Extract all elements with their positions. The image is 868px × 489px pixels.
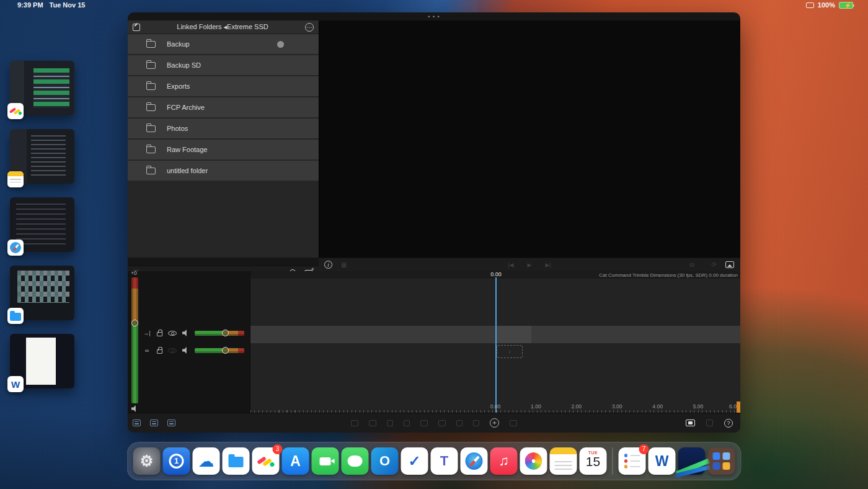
safari-app-icon [7,240,24,256]
track2-gain-slider[interactable] [195,348,244,353]
add-clip-icon[interactable]: + [490,418,499,428]
dock-app-photos[interactable] [520,447,547,475]
open-in-icon[interactable] [133,24,140,31]
dock-app-messages[interactable] [342,447,369,475]
dock-divider [613,447,613,475]
folder-row-untitled-folder[interactable]: untitled folder [128,161,319,181]
battery-icon: ⚡ [839,2,853,9]
dock-app-onedrive[interactable]: ☁ [193,447,220,475]
safari-window[interactable] [10,197,74,252]
preview-overlay-icon[interactable]: ▦ [341,261,347,268]
screen-mirroring-icon [806,2,814,8]
word-document-window[interactable]: W [10,334,74,388]
dock-app-outlook[interactable]: O [371,447,399,475]
audio-detach-icon[interactable] [404,420,410,426]
dock-app-settings[interactable]: ⚙ [133,447,161,475]
timeline-ruler[interactable]: 0.001.002.003.004.005.006.0 [250,403,740,413]
ruler-label-4.00: 4.00 [652,403,663,410]
track1-visibility-icon[interactable] [168,331,177,336]
track2-lock-icon[interactable] [157,349,162,354]
share-export-icon[interactable] [686,419,695,426]
timeline-area[interactable]: Cat Command Trimble Dimensions (30 fps, … [250,271,740,413]
play-icon[interactable]: ▶ [528,262,532,268]
track2-gain-knob[interactable] [222,347,229,354]
delete-clip-icon[interactable] [510,420,517,426]
audio-clip-placeholder[interactable]: ♪ [497,345,523,358]
preview-loop-icon[interactable]: ⟳ [712,261,717,268]
track1-gain-slider[interactable] [195,331,244,336]
title-clip-icon[interactable] [420,420,428,426]
dock-app-reminders[interactable]: 7 [619,447,646,475]
dock-app-monday[interactable]: 3 [252,447,280,475]
window-handle[interactable]: • • • [428,14,440,20]
overwrite-mode-icon[interactable]: →| [143,330,151,336]
folder-row-fcp-archive[interactable]: FCP Archive [128,97,319,117]
previous-frame-icon[interactable]: |◀ [508,262,513,268]
monday-board-window[interactable] [10,61,74,115]
next-frame-icon[interactable]: ▶| [545,262,551,268]
ruler-label-0.00: 0.00 [490,403,501,410]
dock-app-word[interactable]: W [649,447,676,475]
folder-icon [146,104,156,111]
split-clip-icon[interactable] [473,420,479,426]
dock-app-facetime[interactable] [312,447,339,475]
track1-gain-knob[interactable] [222,330,229,336]
date: Tue Nov 15 [50,1,86,9]
project-manager-icon[interactable] [133,419,141,426]
track2-visibility-icon[interactable] [168,348,177,353]
replace-clip-icon[interactable] [387,420,393,426]
playhead[interactable] [495,277,497,413]
folder-row-photos[interactable]: Photos [128,119,319,138]
folder-name: Backup SD [167,61,319,69]
track-layout-icon[interactable] [167,419,175,426]
master-gain-label: +0 [131,270,137,276]
status-bar: 9:39 PM Tue Nov 15 100% ⚡ [0,0,868,11]
folder-name: Raw Footage [167,146,319,153]
ruler-label-2.00: 2.00 [572,403,582,410]
transport-controls: |◀▶▶| [508,262,551,268]
fullscreen-preview-icon[interactable] [725,261,734,268]
dock-app-appstore[interactable]: A [282,447,309,475]
dock-app-calendar[interactable]: TUE15 [580,447,607,475]
playhead-time-label: 0.00 [488,271,504,277]
dock-app-safari[interactable] [461,447,488,475]
notes-window[interactable] [10,129,74,184]
info-icon[interactable]: i [324,261,332,269]
track2-mute-icon[interactable] [182,347,189,354]
ruler-label-1.00: 1.00 [531,403,541,410]
clock: 9:39 PM [17,1,43,9]
trim-icon[interactable] [456,420,463,426]
dock-app-lumafusion[interactable] [678,447,706,475]
timeline-view-icon[interactable] [150,419,158,426]
link-clips-icon[interactable]: ∞ [143,348,151,354]
dock-app-music[interactable]: ♫ [490,447,518,475]
preview-viewport[interactable] [319,20,740,258]
folder-row-exports[interactable]: Exports [128,76,319,96]
dock-app-applibrary[interactable] [708,447,735,475]
track1-mute-icon[interactable] [182,330,189,336]
folder-row-raw-footage[interactable]: Raw Footage [128,140,319,159]
transition-icon[interactable] [438,420,446,426]
settings-gear-icon[interactable] [706,419,713,426]
folder-icon [146,146,156,153]
master-speaker-icon[interactable] [131,405,138,412]
dock-app-files[interactable] [223,447,250,475]
insert-clip-icon[interactable] [369,420,376,426]
library-title[interactable]: Linked Folders ◂Extreme SSD [140,23,305,31]
track1-lock-icon[interactable] [157,332,162,336]
dock-app-teams[interactable]: T [431,447,458,475]
files-window[interactable] [10,266,74,320]
folder-row-backup[interactable]: Backup [128,34,319,54]
dock-app-notes[interactable] [550,447,577,475]
folder-row-backup-sd[interactable]: Backup SD [128,55,319,75]
overwrite-clip-icon[interactable] [351,420,358,426]
preview-snapshot-icon[interactable]: ⧉ [689,261,694,269]
notes-app-icon [7,171,24,187]
word-app-icon: W [7,376,24,392]
help-icon[interactable]: ? [724,419,733,428]
dock-app-1password[interactable]: 1 [163,447,190,475]
library-more-icon[interactable]: ⋯ [305,23,314,32]
dock-app-todo[interactable]: ✓ [401,447,428,475]
battery-percent: 100% [818,1,835,9]
master-volume-knob[interactable] [131,320,138,326]
